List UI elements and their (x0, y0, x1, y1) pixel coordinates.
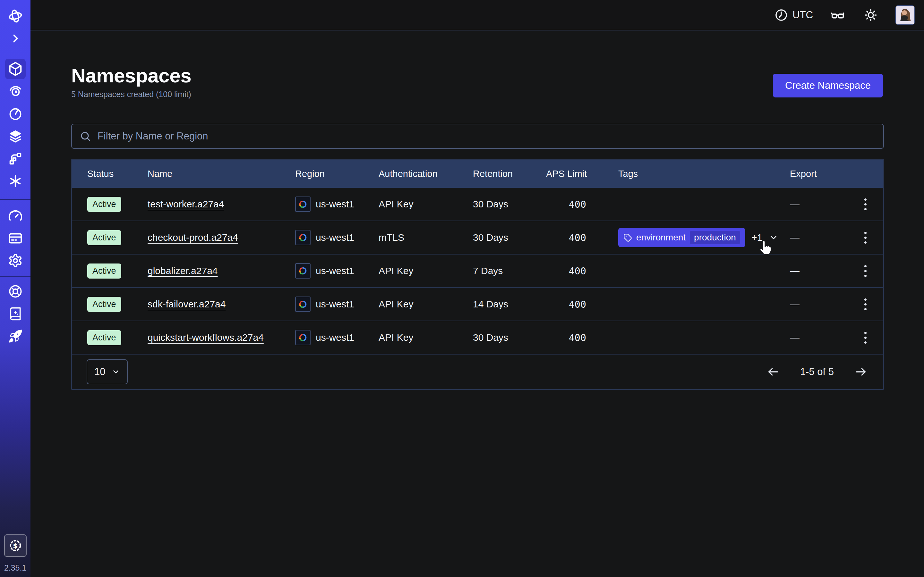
namespace-link[interactable]: quickstart-workflows.a27a4 (148, 332, 264, 343)
sidebar-divider (0, 276, 31, 277)
timezone-label: UTC (792, 9, 813, 21)
tags-expand-chevron-icon[interactable] (769, 233, 779, 242)
gauge-icon (8, 208, 23, 223)
labs-mode-button[interactable] (829, 6, 846, 24)
sidebar-item-billing[interactable] (5, 228, 26, 248)
theme-toggle-button[interactable] (863, 7, 879, 23)
sidebar-expand-chevron-icon[interactable] (5, 28, 26, 49)
region-label: us-west1 (316, 299, 354, 309)
retention-value: 30 Days (473, 232, 546, 243)
app-version: 2.35.1 (4, 563, 27, 572)
auth-method: API Key (379, 266, 473, 276)
retention-value: 7 Days (473, 266, 546, 276)
page-title: Namespaces (71, 65, 191, 86)
credit-card-icon (8, 231, 23, 245)
tag-icon (624, 234, 632, 242)
create-namespace-button[interactable]: Create Namespace (773, 74, 883, 97)
sun-icon (864, 8, 878, 22)
row-actions-menu-button[interactable] (861, 329, 870, 347)
tag-pill[interactable]: environment production (618, 228, 745, 247)
export-value: — (790, 332, 848, 343)
tag-value: production (690, 231, 740, 244)
sidebar-item-nexus[interactable] (5, 148, 26, 169)
namespace-link[interactable]: checkout-prod.a27a4 (148, 232, 238, 243)
tags-cell: environment production +1 (618, 228, 790, 247)
filter-bar (71, 124, 884, 149)
sidebar-item-schedules[interactable] (5, 103, 26, 124)
clock-icon (774, 8, 788, 22)
main-content: Namespaces 5 Namespaces created (100 lim… (31, 31, 924, 577)
aps-limit-value: 400 (546, 232, 618, 243)
next-page-button[interactable] (853, 364, 869, 380)
status-badge: Active (87, 297, 121, 312)
sidebar-item-workers[interactable] (5, 171, 26, 191)
page-size-select[interactable]: 10 (87, 359, 128, 384)
sidebar-footer: $ 2.35.1 (4, 534, 27, 577)
sidebar-item-namespaces[interactable] (5, 59, 26, 79)
sidebar-item-settings[interactable] (5, 250, 26, 271)
previous-page-button[interactable] (766, 364, 781, 380)
retention-value: 30 Days (473, 332, 546, 343)
observe-icon (8, 84, 23, 99)
search-icon (79, 131, 91, 142)
export-value: — (790, 232, 848, 243)
export-value: — (790, 299, 848, 309)
book-sparkles-icon (8, 307, 23, 321)
namespace-link[interactable]: test-worker.a27a4 (148, 199, 224, 210)
asterisk-icon (8, 174, 23, 189)
user-avatar[interactable] (895, 5, 915, 25)
gear-icon (8, 253, 23, 268)
sidebar-item-observability[interactable] (5, 81, 26, 102)
pagination-range-label: 1-5 of 5 (800, 366, 834, 378)
aps-limit-value: 400 (546, 266, 618, 277)
namespace-link[interactable]: sdk-failover.a27a4 (148, 299, 226, 309)
row-actions-menu-button[interactable] (861, 295, 870, 314)
temporal-logo-icon[interactable] (5, 6, 26, 26)
glasses-icon (830, 8, 845, 23)
table-row: Active checkout-prod.a27a4 us-west1 mTLS… (72, 221, 883, 255)
arrow-right-icon (855, 366, 867, 378)
region-label: us-west1 (316, 199, 354, 210)
page-size-value: 10 (94, 366, 105, 378)
retention-value: 30 Days (473, 199, 546, 210)
layers-icon (8, 129, 23, 143)
page-header: Namespaces 5 Namespaces created (100 lim… (71, 65, 191, 99)
status-badge: Active (87, 330, 121, 345)
aps-limit-value: 400 (546, 199, 618, 210)
auth-method: API Key (379, 199, 473, 210)
life-buoy-icon (8, 284, 23, 299)
namespace-link[interactable]: globalizer.a27a4 (148, 266, 218, 276)
col-header-tags: Tags (618, 169, 790, 179)
sidebar-item-deployments[interactable] (5, 126, 26, 147)
row-actions-menu-button[interactable] (861, 195, 870, 213)
sidebar-item-docs[interactable] (5, 303, 26, 324)
namespaces-table: Status Name Region Authentication Retent… (71, 159, 884, 390)
region-label: us-west1 (316, 232, 354, 243)
col-header-authentication: Authentication (379, 169, 473, 179)
pagination-controls: 1-5 of 5 (766, 364, 869, 380)
filter-input[interactable] (97, 130, 876, 142)
timer-icon (8, 106, 23, 121)
rocket-icon (8, 329, 23, 343)
arrow-left-icon (767, 366, 780, 378)
row-actions-menu-button[interactable] (861, 229, 870, 247)
tags-more-count[interactable]: +1 (752, 232, 762, 243)
gcp-cloud-icon (295, 197, 310, 212)
row-actions-menu-button[interactable] (861, 262, 870, 280)
retention-value: 14 Days (473, 299, 546, 309)
export-value: — (790, 199, 848, 210)
sidebar-item-get-started[interactable] (5, 326, 26, 347)
sidebar-item-usage[interactable] (5, 205, 26, 226)
gcp-cloud-icon (295, 230, 310, 245)
sidebar-divider (0, 199, 31, 200)
gcp-cloud-icon (295, 330, 310, 345)
sidebar-item-support[interactable] (5, 281, 26, 301)
tag-key: environment (636, 232, 686, 243)
col-header-name: Name (148, 169, 295, 179)
table-footer: 10 1-5 of 5 (72, 355, 883, 389)
topbar: UTC (31, 0, 924, 31)
credits-button[interactable]: $ (4, 534, 27, 557)
timezone-selector[interactable]: UTC (774, 8, 813, 22)
table-header-row: Status Name Region Authentication Retent… (72, 160, 883, 188)
region-label: us-west1 (316, 266, 354, 276)
